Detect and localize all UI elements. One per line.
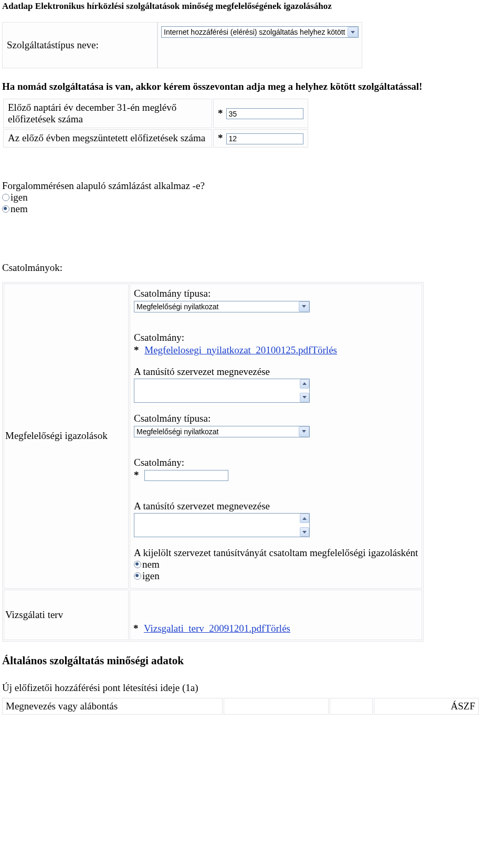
bottom-col-2 (224, 698, 329, 715)
org-label-2: A tanúsító szervezet megnevezése (134, 500, 418, 512)
bottom-col-4: ÁSZF (374, 698, 479, 715)
attachment-section-2: Csatolmány típusa: Megfelelőségi nyilatk… (130, 409, 422, 453)
attachment-type-value-1: Megfelelőségi nyilatkozat (136, 302, 218, 311)
billing-yes-label: igen (10, 192, 28, 203)
attachment-file-section-1: Csatolmány: * Megfelelosegi_nyilatkozat_… (130, 328, 422, 362)
org-section-2: A tanúsító szervezet megnevezése (130, 497, 422, 543)
service-type-label: Szolgáltatástípus neve: (7, 39, 99, 50)
bottom-col-1: Megnevezés vagy alábontás (2, 698, 223, 715)
compliance-left-label: Megfelelőségi igazolások (4, 284, 129, 589)
vizsgalati-left-label-text: Vizsgálati terv (5, 609, 63, 620)
chevron-down-icon (299, 426, 309, 437)
cert-statement-section: A kijelölt szervezet tanúsítványát csato… (130, 543, 422, 588)
billing-no-label: nem (10, 203, 28, 214)
scroll-up-icon (300, 379, 309, 389)
chevron-down-icon (348, 27, 358, 37)
attachments-heading: Csatolmányok: (2, 262, 502, 274)
required-star: * (134, 344, 139, 355)
sub-heading-1a: Új előfizetői hozzáférési pont létesítés… (2, 682, 502, 694)
org-textarea-2[interactable] (134, 513, 310, 537)
vizsgalati-left-label: Vizsgálati terv (4, 590, 129, 640)
cert-yes-label: igen (142, 570, 160, 581)
attachment-type-select-1[interactable]: Megfelelőségi nyilatkozat (134, 301, 310, 312)
org-section-1: A tanúsító szervezet megnevezése (130, 362, 422, 409)
cert-no-label: nem (142, 559, 160, 570)
attachment-file-label-2: Csatolmány: (134, 457, 418, 468)
discontinued-label: Az előző évben megszüntetett előfizetése… (3, 129, 212, 148)
vizsgalati-delete[interactable]: Törlés (265, 623, 290, 634)
attachment-delete-1[interactable]: Törlés (311, 344, 337, 355)
vizsgalati-file-link[interactable]: Vizsgalati_terv_20091201.pdf (144, 623, 265, 634)
page-title: Adatlap Elektronikus hírközlési szolgált… (2, 1, 502, 12)
billing-radio-yes[interactable] (2, 194, 9, 201)
bottom-header-row: Megnevezés vagy alábontás ÁSZF (2, 698, 502, 715)
attachment-file-input-2[interactable] (144, 470, 228, 481)
billing-radio-no[interactable] (2, 205, 9, 213)
service-type-select[interactable]: Internet hozzáférési (elérési) szolgálta… (161, 26, 359, 38)
scroll-down-icon (300, 527, 309, 537)
prev-year-subs-label: Előző naptári év december 31-én meglévő … (3, 99, 212, 128)
billing-question: Forgalommérésen alapuló számlázást alkal… (2, 180, 502, 192)
prev-year-subs-value-cell: * (213, 99, 308, 128)
attachment-type-label-1: Csatolmány típusa: (134, 288, 418, 299)
required-star: * (134, 469, 139, 480)
service-type-selected: Internet hozzáférési (elérési) szolgálta… (164, 28, 345, 36)
discontinued-input[interactable] (226, 133, 303, 144)
prev-year-subs-input[interactable] (226, 108, 303, 119)
attachment-section-1: Csatolmány típusa: Megfelelőségi nyilatk… (130, 284, 422, 328)
cert-radio-yes[interactable] (134, 572, 141, 580)
bottom-col-3 (330, 698, 373, 715)
attachment-file-section-2: Csatolmány: * (130, 453, 422, 497)
attachment-type-select-2[interactable]: Megfelelőségi nyilatkozat (134, 426, 310, 437)
required-star: * (218, 108, 223, 119)
scroll-down-icon (300, 393, 309, 402)
required-star: * (218, 132, 223, 143)
service-type-label-cell: Szolgáltatástípus neve: (2, 22, 158, 68)
general-heading: Általános szolgáltatás minőségi adatok (2, 654, 502, 667)
attachment-file-link-1[interactable]: Megfelelosegi_nyilatkozat_20100125.pdf (144, 344, 311, 355)
compliance-left-label-text: Megfelelőségi igazolások (5, 430, 108, 441)
required-star: * (133, 623, 139, 634)
attachment-type-value-2: Megfelelőségi nyilatkozat (136, 427, 218, 436)
scroll-up-icon (300, 514, 309, 523)
attachment-file-label-1: Csatolmány: (134, 332, 418, 343)
attachments-table: Megfelelőségi igazolások Csatolmány típu… (2, 282, 424, 642)
cert-radio-no[interactable] (134, 561, 141, 568)
chevron-down-icon (299, 301, 309, 312)
org-textarea-1[interactable] (134, 379, 310, 403)
nomad-note: Ha nomád szolgáltatása is van, akkor kér… (2, 81, 502, 92)
cert-statement: A kijelölt szervezet tanúsítványát csato… (134, 547, 418, 559)
org-label-1: A tanúsító szervezet megnevezése (134, 366, 418, 378)
attachment-type-label-2: Csatolmány típusa: (134, 413, 418, 424)
discontinued-value-cell: * (213, 129, 308, 148)
service-type-value-cell: Internet hozzáférési (elérési) szolgálta… (158, 22, 362, 68)
